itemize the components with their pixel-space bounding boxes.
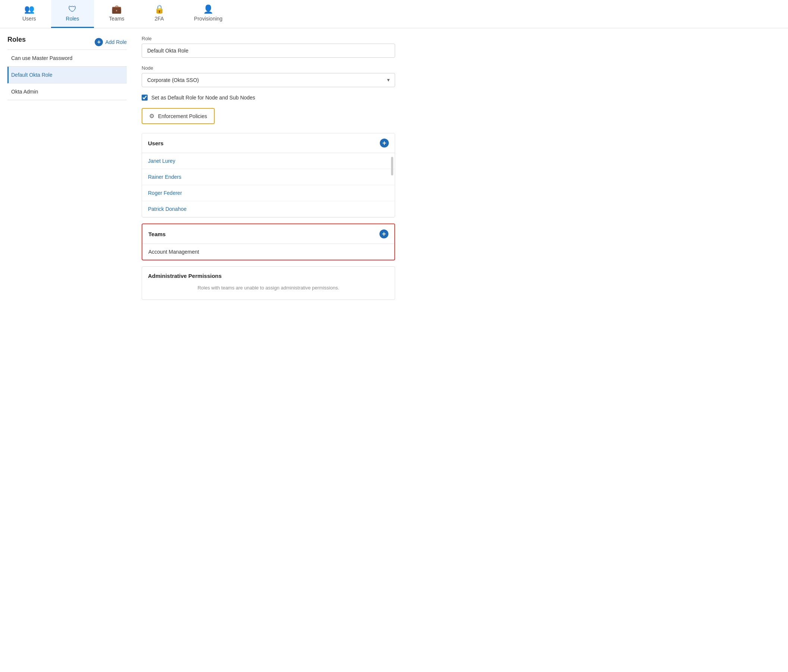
role-item-default-okta[interactable]: Default Okta Role (8, 67, 127, 84)
role-item-okta-admin[interactable]: Okta Admin (8, 84, 127, 100)
role-label: Role (141, 36, 395, 41)
default-role-checkbox-row: Set as Default Role for Node and Sub Nod… (141, 95, 395, 101)
tab-teams[interactable]: 💼 Teams (94, 0, 139, 28)
user-item-rainer[interactable]: Rainer Enders (142, 169, 395, 185)
user-item-janet[interactable]: Janet Lurey (142, 153, 395, 169)
node-label: Node (141, 65, 395, 71)
provisioning-icon: 👤 (203, 5, 213, 13)
tab-provisioning[interactable]: 👤 Provisioning (179, 0, 237, 28)
teams-icon: 💼 (111, 5, 122, 13)
default-role-checkbox-label: Set as Default Role for Node and Sub Nod… (151, 95, 255, 101)
role-field-group: Role (141, 36, 395, 58)
teams-add-button[interactable]: + (380, 230, 388, 238)
users-add-button[interactable]: + (380, 139, 389, 147)
left-panel: Roles + Add Role Can use Master Password… (8, 36, 127, 663)
node-field-group: Node Corporate (Okta SSO) ▼ (141, 65, 395, 87)
2fa-icon: 🔒 (154, 5, 164, 13)
tab-users[interactable]: 👥 Users (8, 0, 51, 28)
team-item-account-management[interactable]: Account Management (142, 244, 394, 260)
scrollbar (391, 157, 393, 176)
user-item-roger[interactable]: Roger Federer (142, 185, 395, 201)
gear-icon: ⚙ (149, 113, 154, 120)
main-content: Roles + Add Role Can use Master Password… (0, 28, 788, 670)
teams-section-box: Teams + Account Management (141, 223, 395, 260)
panel-header: Roles + Add Role (8, 36, 127, 48)
users-section-title: Users (148, 140, 164, 146)
node-select[interactable]: Corporate (Okta SSO) (141, 73, 395, 87)
tab-navigation: 👥 Users 🛡 Roles 💼 Teams 🔒 2FA 👤 Provisio… (0, 0, 788, 28)
enforcement-policies-button[interactable]: ⚙ Enforcement Policies (141, 108, 215, 124)
users-section-box: Users + Janet Lurey Rainer Enders Roger … (141, 133, 395, 217)
roles-list: Can use Master Password Default Okta Rol… (8, 49, 127, 100)
admin-permissions-description: Roles with teams are unable to assign ad… (148, 282, 389, 293)
tab-roles[interactable]: 🛡 Roles (51, 0, 94, 28)
teams-section-body: Account Management (142, 244, 394, 260)
default-role-checkbox[interactable] (141, 95, 148, 101)
admin-permissions-box: Administrative Permissions Roles with te… (141, 266, 395, 300)
teams-section-header: Teams + (142, 224, 394, 244)
roles-icon: 🛡 (68, 5, 76, 13)
role-input[interactable] (141, 44, 395, 58)
right-panel: Role Node Corporate (Okta SSO) ▼ Set as … (141, 36, 395, 663)
admin-permissions-title: Administrative Permissions (148, 273, 389, 279)
panel-title: Roles (8, 36, 26, 44)
users-section-header: Users + (142, 133, 395, 153)
tab-2fa[interactable]: 🔒 2FA (140, 0, 179, 28)
user-item-patrick[interactable]: Patrick Donahoe (142, 201, 395, 217)
node-select-wrapper: Corporate (Okta SSO) ▼ (141, 73, 395, 87)
add-role-button[interactable]: + Add Role (95, 38, 127, 46)
add-role-circle-icon: + (95, 38, 103, 46)
users-section-body: Janet Lurey Rainer Enders Roger Federer … (142, 153, 395, 217)
role-item-master-password[interactable]: Can use Master Password (8, 50, 127, 67)
teams-section-title: Teams (148, 231, 165, 237)
users-icon: 👥 (24, 5, 34, 13)
